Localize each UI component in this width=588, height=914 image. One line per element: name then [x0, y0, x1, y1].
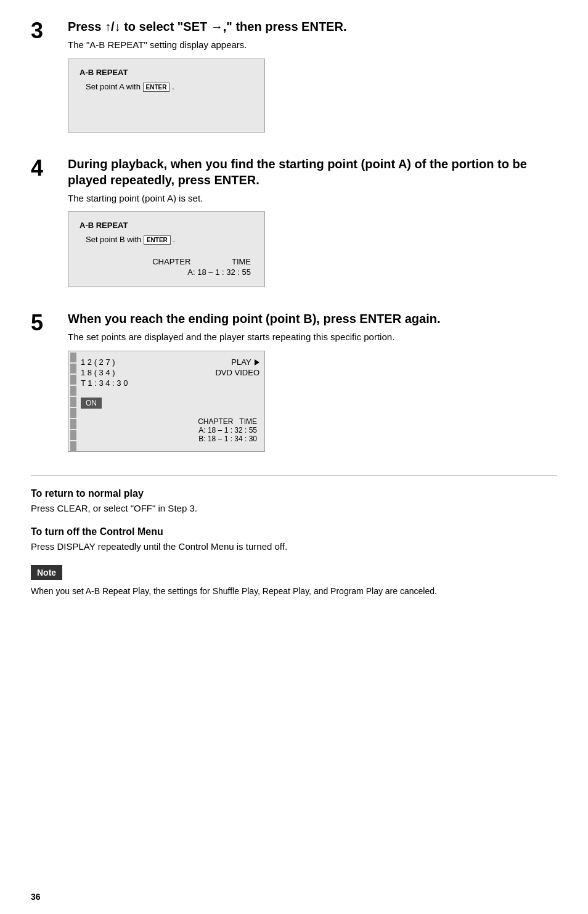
- sub-title-turnoff: To turn off the Control Menu: [31, 526, 557, 537]
- step-4-display-label: A-B REPEAT: [80, 221, 253, 230]
- step-4-period: .: [173, 235, 175, 244]
- on-badge-container: ON: [81, 395, 259, 417]
- step-5-screen: 1 2 ( 2 7 ) PLAY 1 8 ( 3 4 ) DVD VIDEO T…: [68, 351, 265, 452]
- bar-3: [70, 375, 76, 385]
- step-4-number: 4: [31, 156, 68, 179]
- bar-7: [70, 419, 76, 429]
- bar-5: [70, 397, 76, 407]
- screen-time: T 1 : 3 4 : 3 0: [81, 378, 259, 388]
- step-4-enter-badge: ENTER: [144, 235, 171, 245]
- bar-1: [70, 353, 76, 362]
- ch-header: CHAPTER: [198, 417, 233, 426]
- a-value: A: 18 – 1 : 32 : 55: [81, 267, 252, 277]
- play-triangle-icon: [255, 359, 259, 365]
- sub-section-turnoff: To turn off the Control Menu Press DISPL…: [31, 526, 557, 554]
- step-5: 5 When you reach the ending point (point…: [31, 311, 557, 458]
- step-4: 4 During playback, when you find the sta…: [31, 156, 557, 294]
- step-4-display: A-B REPEAT Set point B with ENTER . CHAP…: [68, 211, 265, 287]
- screen-main: 1 2 ( 2 7 ) PLAY 1 8 ( 3 4 ) DVD VIDEO T…: [78, 351, 264, 451]
- bar-4: [70, 386, 76, 396]
- time-header2: TIME: [239, 417, 257, 426]
- note-label: Note: [31, 565, 62, 580]
- play-label: PLAY: [231, 357, 259, 367]
- bar-2: [70, 364, 76, 373]
- step-3: 3 Press ↑/↓ to select "SET →," then pres…: [31, 18, 557, 139]
- screen-content-row: 1 2 ( 2 7 ) PLAY 1 8 ( 3 4 ) DVD VIDEO T…: [68, 351, 264, 451]
- step-5-number: 5: [31, 311, 68, 334]
- step-3-instruction: Set point A with ENTER .: [86, 82, 253, 92]
- step-4-instruction: Set point B with ENTER .: [86, 235, 253, 245]
- note-container: Note When you set A-B Repeat Play, the s…: [31, 565, 557, 598]
- chapter-header: CHAPTER: [81, 257, 192, 266]
- step-4-title: During playback, when you find the start…: [68, 156, 557, 188]
- step-3-title: Press ↑/↓ to select "SET →," then press …: [68, 18, 557, 35]
- sub-title-return: To return to normal play: [31, 488, 557, 499]
- bar-8: [70, 430, 76, 440]
- step-4-chapter-time: CHAPTER TIME A: 18 – 1 : 32 : 55: [80, 256, 253, 278]
- bar-9: [70, 441, 76, 451]
- time-header: TIME: [193, 257, 252, 266]
- step-3-display-label: A-B REPEAT: [80, 68, 253, 77]
- a-point: A: 18 – 1 : 32 : 55: [81, 426, 257, 435]
- note-text: When you set A-B Repeat Play, the settin…: [31, 585, 557, 598]
- screen-chapter-b: 1 8 ( 3 4 ) DVD VIDEO: [81, 368, 259, 377]
- divider: [31, 475, 557, 476]
- step-5-content: When you reach the ending point (point B…: [68, 311, 557, 458]
- step-3-number: 3: [31, 18, 68, 42]
- screen-chapter-section: CHAPTER TIME A: 18 – 1 : 32 : 55 B: 18 –…: [81, 417, 259, 443]
- dvd-label: DVD VIDEO: [215, 368, 259, 377]
- sub-section-return: To return to normal play Press CLEAR, or…: [31, 488, 557, 516]
- on-badge: ON: [81, 398, 102, 409]
- step-3-desc: The "A-B REPEAT" setting display appears…: [68, 38, 557, 52]
- step-4-instruction-prefix: Set point B with: [86, 235, 141, 244]
- step-5-desc: The set points are displayed and the pla…: [68, 330, 557, 345]
- screen-bars: [68, 351, 78, 451]
- screen-top: 1 2 ( 2 7 ) PLAY: [81, 357, 259, 367]
- b-point: B: 18 – 1 : 34 : 30: [81, 435, 257, 443]
- step-3-enter-badge: ENTER: [143, 83, 170, 92]
- step-3-content: Press ↑/↓ to select "SET →," then press …: [68, 18, 557, 139]
- step-3-instruction-prefix: Set point A with: [86, 82, 141, 91]
- page-number: 36: [31, 892, 41, 902]
- chapter-current: 1 2 ( 2 7 ): [81, 357, 115, 367]
- sub-desc-turnoff: Press DISPLAY repeatedly until the Contr…: [31, 540, 557, 554]
- chapter-b: 1 8 ( 3 4 ): [81, 368, 115, 377]
- chapter-time-headers: CHAPTER TIME: [81, 417, 257, 426]
- step-4-content: During playback, when you find the start…: [68, 156, 557, 294]
- step-5-title: When you reach the ending point (point B…: [68, 311, 557, 327]
- step-3-period: .: [172, 82, 174, 91]
- bar-6: [70, 408, 76, 418]
- step-3-display: A-B REPEAT Set point A with ENTER .: [68, 59, 265, 133]
- sub-desc-return: Press CLEAR, or select "OFF" in Step 3.: [31, 502, 557, 516]
- step-4-desc: The starting point (point A) is set.: [68, 192, 557, 206]
